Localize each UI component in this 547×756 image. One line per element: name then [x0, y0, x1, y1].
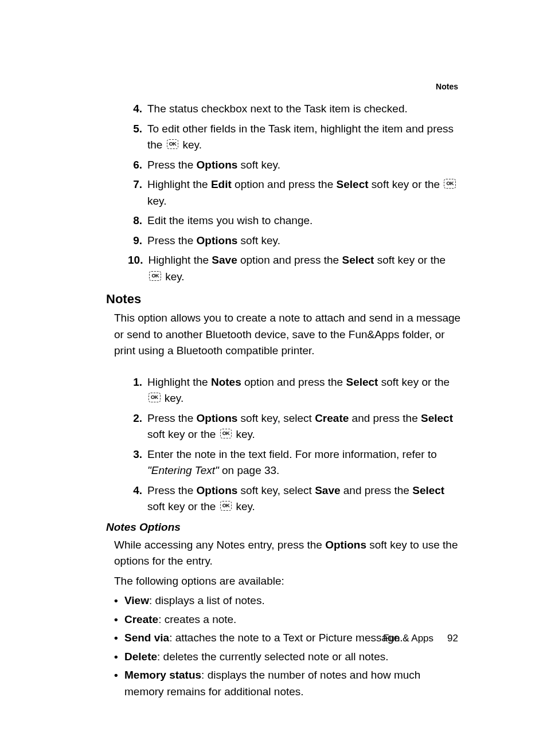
notes-steps-list: 1. Highlight the Notes option and press … — [128, 374, 461, 515]
item-body: Highlight the Notes option and press the… — [147, 374, 461, 407]
item-body: Highlight the Edit option and press the … — [147, 177, 461, 209]
options-bullet-list: View: displays a list of notes. Create: … — [114, 593, 461, 700]
item-body: Press the Options soft key, select Creat… — [147, 410, 461, 443]
notes-heading: Notes — [106, 292, 461, 307]
page: Notes 4. The status checkbox next to the… — [0, 0, 547, 756]
item-number: 1. — [128, 374, 147, 407]
ok-key-icon: OK — [220, 501, 232, 511]
item-body: Press the Options soft key. — [147, 157, 461, 174]
ok-key-icon: OK — [167, 139, 179, 149]
item-number: 6. — [128, 157, 147, 174]
list-item: 4. Press the Options soft key, select Sa… — [128, 483, 461, 515]
item-number: 5. — [128, 121, 147, 154]
list-item: 10. Highlight the Save option and press … — [128, 252, 461, 285]
list-item: Memory status: displays the number of no… — [114, 667, 461, 700]
item-number: 4. — [128, 483, 147, 515]
item-body: Press the Options soft key, select Save … — [147, 483, 461, 515]
page-number: 92 — [447, 633, 458, 644]
list-item: 4. The status checkbox next to the Task … — [128, 101, 461, 117]
item-body: The status checkbox next to the Task ite… — [147, 101, 461, 117]
item-body: Highlight the Save option and press the … — [148, 252, 461, 285]
list-item: 2. Press the Options soft key, select Cr… — [128, 410, 461, 443]
list-item: 1. Highlight the Notes option and press … — [128, 374, 461, 407]
list-item: Create: creates a note. — [114, 612, 461, 628]
list-item: 9. Press the Options soft key. — [128, 233, 461, 249]
item-number: 10. — [128, 252, 148, 285]
cross-reference: "Entering Text" — [147, 464, 219, 476]
item-body: To edit other fields in the Task item, h… — [147, 121, 461, 154]
list-item: View: displays a list of notes. — [114, 593, 461, 609]
item-body: Edit the items you wish to change. — [147, 213, 461, 229]
ok-key-icon: OK — [149, 271, 161, 281]
item-number: 3. — [128, 446, 147, 479]
list-item: 3. Enter the note in the text field. For… — [128, 446, 461, 479]
section-header-label: Notes — [436, 82, 458, 91]
notes-intro: This option allows you to create a note … — [114, 310, 461, 359]
list-item: Delete: deletes the currently selected n… — [114, 649, 461, 665]
notes-options-available: The following options are available: — [114, 573, 461, 590]
list-item: 5. To edit other fields in the Task item… — [128, 121, 461, 154]
item-number: 4. — [128, 101, 147, 117]
ok-key-icon: OK — [220, 429, 232, 438]
item-number: 8. — [128, 213, 147, 229]
notes-options-heading: Notes Options — [106, 521, 461, 534]
item-body: Press the Options soft key. — [147, 233, 461, 249]
item-body: Enter the note in the text field. For mo… — [147, 446, 461, 479]
item-number: 2. — [128, 410, 147, 443]
list-item: 7. Highlight the Edit option and press t… — [128, 177, 461, 209]
item-number: 9. — [128, 233, 147, 249]
footer-section: Fun & Apps — [383, 633, 433, 644]
list-item: 8. Edit the items you wish to change. — [128, 213, 461, 229]
item-number: 7. — [128, 177, 147, 209]
page-footer: Fun & Apps92 — [383, 633, 458, 644]
list-item: 6. Press the Options soft key. — [128, 157, 461, 174]
ok-key-icon: OK — [444, 179, 456, 189]
ok-key-icon: OK — [149, 393, 161, 402]
notes-options-intro: While accessing any Notes entry, press t… — [114, 537, 461, 570]
task-steps-list: 4. The status checkbox next to the Task … — [128, 101, 461, 285]
